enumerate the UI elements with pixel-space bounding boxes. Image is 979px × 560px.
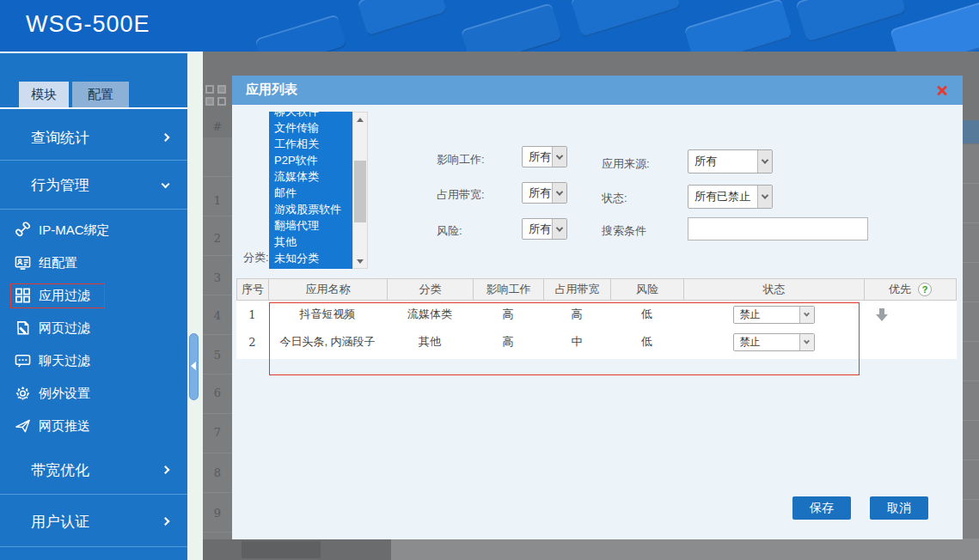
cell-name: 抖音短视频 [268, 301, 387, 328]
col-header-priority: 优先 ? [865, 279, 956, 300]
collapse-left-icon [191, 362, 196, 370]
dimmed-row-band-right [963, 144, 979, 539]
select-value: 禁止 [734, 307, 799, 323]
select-value: 所有 [688, 150, 757, 173]
row-status-select[interactable]: 禁止 [733, 333, 815, 351]
cancel-button[interactable]: 取消 [870, 496, 928, 520]
section-label: 用户认证 [31, 511, 89, 531]
sidebar-item-web-push[interactable]: 网页推送 [0, 410, 187, 442]
dimmed-column-header: # [203, 120, 232, 133]
listbox-item[interactable]: 流媒体类 [269, 168, 352, 185]
cell-impact: 高 [473, 301, 543, 328]
section-label: 行为管理 [31, 175, 89, 195]
keyboard-decoration [571, 0, 682, 38]
chevron-right-icon [162, 466, 170, 474]
table-body: 1 抖音短视频 流媒体类 高 高 低 禁止 2 今日头条, 内涵段子 其他 高 … [236, 301, 957, 359]
sidebar-item-group-config[interactable]: 组配置 [0, 247, 187, 279]
scroll-down-icon[interactable] [353, 254, 367, 268]
chevron-right-icon [162, 133, 170, 142]
header-separator [0, 52, 203, 53]
col-header-label: 优先 [889, 282, 911, 297]
category-listbox[interactable]: 聊天软件 文件传输 工作相关 P2P软件 流媒体类 邮件 游戏股票软件 翻墙代理… [269, 112, 352, 269]
bandwidth-select[interactable]: 所有 [522, 182, 567, 204]
sidebar: 模块 配置 查询统计 行为管理 IP-MAC绑定 组配置 应用过滤 网页过滤 [0, 53, 187, 560]
listbox-item[interactable]: 邮件 [269, 185, 352, 201]
tab-config[interactable]: 配置 [72, 82, 129, 107]
product-logo: WSG-500E [26, 11, 150, 38]
listbox-item[interactable]: 翻墙代理 [269, 217, 352, 234]
sidebar-section-bandwidth[interactable]: 带宽优化 [0, 445, 187, 495]
close-icon[interactable] [935, 83, 949, 97]
help-icon[interactable]: ? [918, 283, 932, 296]
listbox-item[interactable]: 工作相关 [269, 136, 352, 152]
cell-risk: 低 [610, 328, 683, 356]
sidebar-section-query-stats[interactable]: 查询统计 [0, 114, 187, 161]
keyboard-decoration [795, 0, 906, 43]
sidebar-collapse-strip [187, 53, 203, 560]
save-button[interactable]: 保存 [792, 496, 851, 520]
dropdown-arrow-icon [552, 219, 566, 239]
priority-down-icon[interactable] [874, 307, 890, 322]
keyboard-decoration [358, 0, 448, 37]
link-icon [15, 222, 31, 239]
gear-icon [15, 386, 31, 402]
cell-risk: 低 [610, 301, 683, 328]
listbox-item[interactable]: 游戏股票软件 [269, 201, 352, 217]
listbox-item[interactable]: 其他 [269, 234, 352, 250]
dropdown-arrow-icon [552, 147, 566, 167]
table-row: 2 今日头条, 内涵段子 其他 高 中 低 禁止 [236, 328, 957, 356]
chat-icon [15, 353, 31, 369]
listbox-item[interactable]: 文件传输 [269, 119, 352, 136]
dimmed-row-number: 2 [203, 232, 232, 245]
col-header-risk: 风险 [611, 279, 684, 300]
dimmed-row-number: 4 [203, 309, 232, 322]
cell-priority [864, 301, 955, 328]
app-grid-icon-dimmed [205, 85, 228, 107]
dimmed-footer [391, 539, 979, 560]
risk-select[interactable]: 所有 [522, 218, 567, 240]
sidebar-item-label: IP-MAC绑定 [39, 222, 110, 239]
status-select[interactable]: 所有已禁止 [688, 185, 773, 209]
search-condition-input[interactable] [688, 217, 868, 240]
sidebar-section-behavior-mgmt[interactable]: 行为管理 [0, 161, 187, 210]
cell-priority [864, 328, 955, 356]
sidebar-item-ip-mac-binding[interactable]: IP-MAC绑定 [0, 214, 187, 247]
cell-category: 流媒体类 [387, 301, 473, 328]
filter-label-status: 状态: [602, 191, 627, 206]
annotation-box-menu [10, 283, 105, 308]
sidebar-item-web-filter[interactable]: 网页过滤 [0, 312, 187, 344]
sidebar-item-chat-filter[interactable]: 聊天过滤 [0, 344, 187, 377]
row-status-select[interactable]: 禁止 [733, 306, 815, 324]
cell-name: 今日头条, 内涵段子 [268, 328, 387, 356]
col-header-status: 状态 [684, 279, 865, 300]
dimmed-row-number: 8 [203, 466, 232, 479]
cell-bandwidth: 中 [543, 328, 610, 356]
app-list-dialog: 应用列表 聊天软件 文件传输 工作相关 P2P软件 流媒体类 邮件 游戏股票软件… [232, 76, 963, 539]
scroll-up-icon[interactable] [353, 113, 367, 126]
col-header-no: 序号 [237, 279, 269, 300]
listbox-item[interactable]: 未知分类 [269, 250, 352, 266]
listbox-item[interactable]: 聊天软件 [269, 112, 352, 119]
listbox-item[interactable]: P2P软件 [269, 152, 352, 168]
dialog-header: 应用列表 [232, 76, 963, 105]
tab-modules[interactable]: 模块 [19, 82, 69, 107]
sidebar-collapse-handle[interactable] [189, 333, 199, 400]
listbox-scrollbar[interactable] [352, 112, 368, 269]
chevron-right-icon [162, 517, 170, 526]
dialog-title: 应用列表 [246, 82, 297, 98]
category-label: 分类: [243, 250, 269, 265]
col-header-name: 应用名称 [269, 279, 388, 300]
sidebar-section-user-auth[interactable]: 用户认证 [0, 496, 187, 547]
app-source-select[interactable]: 所有 [688, 149, 773, 173]
dimmed-row-number: 7 [203, 426, 232, 439]
sidebar-item-exception-settings[interactable]: 例外设置 [0, 377, 187, 410]
app-window: WSG-500E # 1 2 3 4 5 6 7 8 9 模块 配置 查询统计 … [0, 0, 979, 560]
dimmed-button [242, 541, 321, 558]
scrollbar-thumb[interactable] [354, 161, 366, 222]
dropdown-arrow-icon [757, 186, 772, 208]
sidebar-item-label: 例外设置 [39, 386, 90, 402]
webpage-icon [15, 320, 31, 337]
select-value: 所有 [523, 219, 552, 239]
cell-category: 其他 [387, 328, 473, 356]
impact-select[interactable]: 所有 [522, 146, 567, 167]
